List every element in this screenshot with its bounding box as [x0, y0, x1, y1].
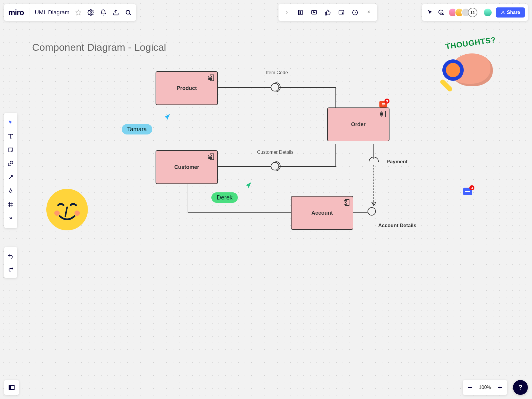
component-label: Account: [311, 210, 333, 216]
comment-count-badge: 3: [384, 99, 390, 104]
connector-label[interactable]: Customer Details: [257, 150, 294, 155]
bell-icon[interactable]: [100, 9, 107, 16]
component-label: Order: [351, 121, 365, 128]
chat-indicator[interactable]: 3: [463, 188, 472, 195]
board-title[interactable]: UML Diagram: [35, 9, 69, 16]
svg-point-23: [10, 161, 13, 164]
svg-point-3: [126, 10, 130, 14]
svg-point-14: [438, 10, 443, 15]
chat-count-badge: 3: [469, 185, 474, 190]
svg-rect-35: [208, 157, 211, 159]
connector-label[interactable]: Payment: [387, 159, 408, 165]
avatar-overflow-count[interactable]: 12: [468, 8, 477, 17]
undo-button[interactable]: [4, 249, 17, 262]
comment-indicator[interactable]: 3: [379, 101, 387, 107]
share-button[interactable]: Share: [496, 7, 525, 18]
current-user-avatar[interactable]: [483, 8, 492, 17]
more-icon[interactable]: [365, 9, 372, 16]
more-tools[interactable]: [4, 211, 17, 225]
svg-marker-10: [314, 12, 315, 13]
participant-avatars[interactable]: 12: [448, 8, 477, 17]
connector-label[interactable]: Account Details: [378, 223, 416, 229]
zoom-level[interactable]: 100%: [479, 385, 491, 390]
cursor-label-derek: Derek: [211, 192, 238, 203]
timer-icon[interactable]: [352, 9, 359, 16]
svg-point-45: [54, 210, 60, 216]
frame-tool[interactable]: [4, 198, 17, 211]
svg-point-46: [75, 210, 80, 216]
svg-rect-32: [208, 78, 211, 80]
presentation-icon[interactable]: [311, 9, 318, 16]
svg-rect-41: [344, 203, 347, 204]
topbar-center: [278, 4, 377, 21]
canvas-title[interactable]: Component Diagram - Logical: [32, 42, 166, 53]
component-icon: [208, 74, 214, 81]
hide-frames-icon[interactable]: [297, 9, 304, 16]
svg-rect-40: [344, 201, 347, 202]
redo-button[interactable]: [4, 262, 17, 276]
component-account[interactable]: Account: [291, 196, 353, 230]
cursor-pointer-icon: [163, 113, 171, 121]
connector-label[interactable]: Item Code: [266, 70, 288, 75]
connector-dashed[interactable]: [373, 165, 374, 205]
thumbs-up-icon[interactable]: [324, 9, 331, 16]
search-icon[interactable]: [125, 9, 132, 16]
connector-line[interactable]: [335, 87, 336, 108]
text-tool[interactable]: [4, 129, 17, 143]
svg-marker-0: [76, 10, 81, 15]
sticky-tool[interactable]: [4, 143, 17, 157]
svg-point-1: [90, 12, 92, 13]
cursor-label-tamara: Tamara: [122, 124, 152, 134]
share-label: Share: [507, 10, 520, 15]
star-icon[interactable]: [75, 9, 82, 16]
component-icon: [380, 110, 386, 118]
svg-rect-48: [9, 385, 11, 390]
svg-rect-38: [380, 115, 383, 116]
pen-tool[interactable]: [4, 184, 17, 198]
cursor-tracking-icon[interactable]: [427, 9, 434, 16]
help-button[interactable]: ?: [513, 380, 528, 395]
tool-panel: [4, 113, 17, 228]
miro-logo[interactable]: miro: [8, 8, 24, 17]
thoughts-sticker[interactable]: THOUGHTS?: [433, 39, 499, 92]
svg-line-4: [129, 14, 131, 15]
component-customer[interactable]: Customer: [156, 150, 218, 184]
export-icon[interactable]: [112, 9, 119, 16]
line-tool[interactable]: [4, 170, 17, 184]
svg-rect-34: [208, 155, 211, 156]
component-label: Product: [177, 85, 197, 91]
component-icon: [344, 199, 350, 206]
connector-line[interactable]: [188, 184, 188, 212]
cursor-pointer-icon: [244, 181, 252, 189]
arrowhead-icon: [371, 202, 376, 206]
chevron-right-icon[interactable]: [283, 9, 290, 16]
shape-tool[interactable]: [4, 157, 17, 170]
minimap-button[interactable]: [4, 380, 19, 395]
component-product[interactable]: Product: [156, 71, 218, 105]
zoom-in-button[interactable]: [497, 384, 503, 390]
topbar-left: miro UML Diagram: [4, 4, 136, 21]
select-tool[interactable]: [4, 116, 17, 129]
comment-mode-icon[interactable]: [338, 9, 345, 16]
interface-ball[interactable]: [368, 207, 376, 216]
connector-line[interactable]: [335, 144, 336, 166]
divider: [29, 8, 29, 17]
svg-rect-37: [380, 112, 383, 113]
topbar-right: 12 Share: [422, 4, 528, 21]
zoom-out-button[interactable]: [467, 384, 473, 390]
component-icon: [208, 153, 214, 160]
connector-line[interactable]: [188, 212, 292, 213]
svg-line-24: [9, 175, 12, 179]
reactions-icon[interactable]: [438, 9, 445, 16]
settings-icon[interactable]: [87, 9, 94, 16]
svg-point-19: [502, 11, 504, 12]
svg-point-12: [342, 13, 343, 14]
component-order[interactable]: Order: [327, 107, 390, 141]
zoom-controls: 100%: [463, 380, 507, 395]
svg-rect-31: [208, 76, 211, 77]
component-label: Customer: [174, 164, 199, 170]
smiley-sticker[interactable]: [46, 189, 88, 230]
undo-panel: [4, 247, 17, 278]
connector-line[interactable]: [353, 212, 368, 213]
